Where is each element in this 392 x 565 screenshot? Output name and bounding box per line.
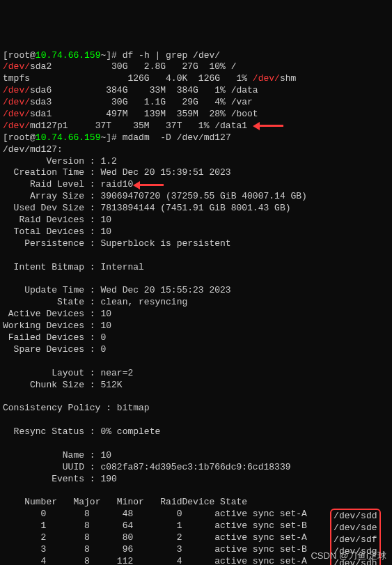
- annotation-arrow: [133, 181, 168, 188]
- command-1: df -h | grep /dev/: [123, 50, 220, 61]
- terminal-output: [root@10.74.66.159~]# df -h | grep /dev/…: [3, 50, 389, 565]
- command-2: mdadm -D /dev/md127: [123, 132, 231, 143]
- md-header: /dev/md127:: [3, 144, 63, 155]
- prompt: [root@10.74.66.159~]#: [3, 50, 123, 61]
- watermark: CSDN @刀鱼i足球: [311, 550, 386, 562]
